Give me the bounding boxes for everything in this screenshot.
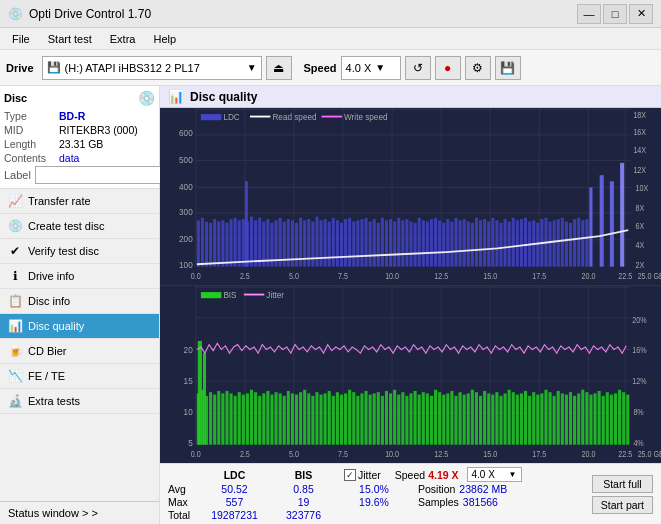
svg-text:500: 500 [179,154,193,165]
settings-button[interactable]: ⚙ [465,56,491,80]
svg-rect-272 [622,392,625,444]
svg-rect-271 [618,390,621,445]
svg-text:22.5: 22.5 [618,449,632,459]
refresh-button[interactable]: ↺ [405,56,431,80]
menu-file[interactable]: File [4,31,38,47]
svg-rect-182 [254,392,257,444]
svg-rect-255 [553,396,556,445]
svg-rect-49 [589,187,592,266]
drive-select[interactable]: 💾 (H:) ATAPI iHBS312 2 PL17 ▼ [42,56,262,80]
svg-rect-199 [324,393,327,444]
svg-rect-246 [516,395,519,445]
svg-rect-170 [213,395,216,445]
verify-test-disc-icon: ✔ [8,244,22,258]
start-part-button[interactable]: Start part [592,496,653,514]
speed-container: Speed 4.19 X [395,469,459,481]
sidebar-item-disc-quality[interactable]: 📊 Disc quality [0,314,159,339]
max-bis-value: 19 [271,496,336,508]
menu-start-test[interactable]: Start test [40,31,100,47]
svg-rect-294 [201,292,221,298]
svg-rect-261 [577,393,580,444]
maximize-button[interactable]: □ [603,4,627,24]
svg-rect-108 [549,222,552,267]
svg-text:10: 10 [184,407,193,418]
svg-rect-248 [524,391,527,445]
close-button[interactable]: ✕ [629,4,653,24]
svg-text:12.5: 12.5 [434,449,448,459]
extra-tests-icon: 🔬 [8,394,22,408]
svg-rect-207 [356,396,359,445]
disc-section-title: Disc [4,92,27,104]
svg-rect-218 [401,392,404,444]
charts-container: 100 200 300 400 500 600 2X 4X 6X 8X 10X … [160,108,661,463]
app-title: Opti Drive Control 1.70 [29,7,151,21]
sidebar-item-disc-info[interactable]: 📋 Disc info [0,289,159,314]
write-icon: ● [444,61,451,75]
speed-control[interactable]: 4.0 X ▼ [467,467,522,482]
status-window-button[interactable]: Status window > > [0,501,159,524]
svg-rect-70 [393,222,396,267]
sidebar-item-drive-info[interactable]: ℹ Drive info [0,264,159,289]
sidebar-item-transfer-rate[interactable]: 📈 Transfer rate [0,189,159,214]
sidebar-item-fe-te[interactable]: 📉 FE / TE [0,364,159,389]
menu-extra[interactable]: Extra [102,31,144,47]
svg-rect-265 [594,393,597,444]
svg-text:600: 600 [179,127,193,138]
sidebar-item-create-test-disc-label: Create test disc [28,220,104,232]
svg-rect-60 [352,222,355,267]
svg-rect-28 [242,219,245,267]
svg-rect-71 [397,218,400,267]
svg-rect-176 [230,393,233,444]
start-full-button[interactable]: Start full [592,475,653,493]
svg-rect-213 [381,396,384,445]
speed-value: 4.0 X [346,62,372,74]
svg-rect-188 [279,393,282,444]
sidebar-item-verify-test-disc[interactable]: ✔ Verify test disc [0,239,159,264]
svg-rect-90 [475,218,478,267]
fe-te-icon: 📉 [8,369,22,383]
save-button[interactable]: 💾 [495,56,521,80]
svg-rect-191 [291,393,294,444]
svg-text:25.0 GB: 25.0 GB [638,271,661,281]
svg-rect-249 [528,396,531,445]
jitter-checkbox[interactable]: ✓ [344,469,356,481]
svg-rect-110 [557,219,560,267]
eject-button[interactable]: ⏏ [266,56,292,80]
disc-label-label: Label [4,169,31,181]
svg-rect-25 [230,219,233,267]
sidebar-item-cd-bier[interactable]: 🍺 CD Bier [0,339,159,364]
svg-rect-45 [311,222,314,267]
svg-rect-102 [524,218,527,267]
svg-rect-225 [430,396,433,445]
disc-length-value: 23.31 GB [59,138,103,150]
svg-rect-212 [377,392,380,444]
svg-text:7.5: 7.5 [338,271,349,281]
svg-rect-230 [450,391,453,445]
bottom-chart: 5 10 15 20 4% 8% 12% 16% 20% 0.0 2.5 5.0 [160,286,661,463]
sidebar-item-extra-tests[interactable]: 🔬 Extra tests [0,389,159,414]
write-button[interactable]: ● [435,56,461,80]
position-value: 23862 MB [459,483,507,495]
svg-rect-238 [483,391,486,445]
speed-select[interactable]: 4.0 X ▼ [341,56,401,80]
svg-rect-180 [246,393,249,444]
svg-text:25.0 GB: 25.0 GB [638,449,661,459]
svg-text:17.5: 17.5 [532,449,546,459]
svg-rect-68 [385,220,388,266]
menu-help[interactable]: Help [145,31,184,47]
cd-bier-icon: 🍺 [8,344,22,358]
svg-rect-258 [565,395,568,445]
svg-rect-54 [328,222,331,267]
toolbar: Drive 💾 (H:) ATAPI iHBS312 2 PL17 ▼ ⏏ Sp… [0,50,661,86]
svg-rect-89 [471,223,474,267]
minimize-button[interactable]: — [577,4,601,24]
svg-rect-74 [409,222,412,267]
svg-rect-144 [201,114,221,120]
svg-rect-86 [459,220,462,266]
sidebar-item-create-test-disc[interactable]: 💿 Create test disc [0,214,159,239]
disc-label-input[interactable] [35,166,168,184]
avg-bis-value: 0.85 [271,483,336,495]
svg-rect-78 [426,222,429,267]
svg-rect-240 [491,395,494,445]
svg-rect-22 [217,222,220,267]
